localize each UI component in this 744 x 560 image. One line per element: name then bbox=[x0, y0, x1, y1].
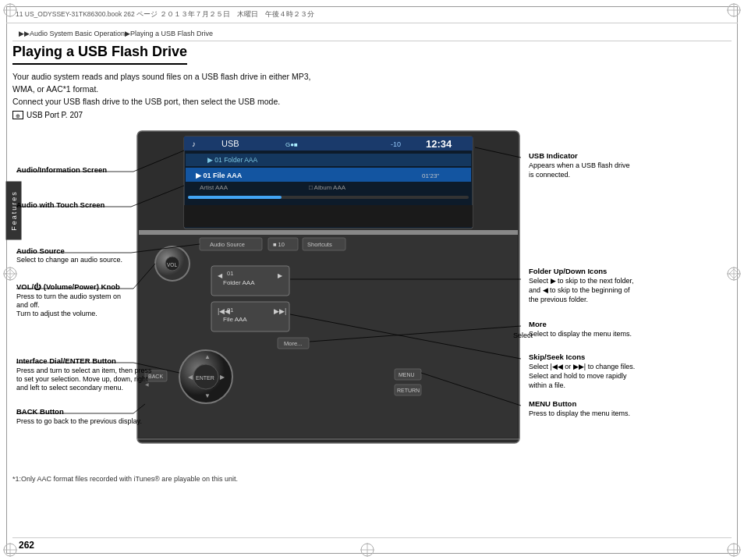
svg-text:▶: ▶ bbox=[220, 374, 225, 381]
svg-rect-40 bbox=[184, 205, 473, 227]
svg-text:■ 10: ■ 10 bbox=[273, 241, 285, 248]
svg-text:and off.: and off. bbox=[16, 301, 40, 309]
svg-text:Folder Up/Down Icons: Folder Up/Down Icons bbox=[529, 267, 607, 275]
usb-port-text: USB Port P. 207 bbox=[27, 111, 83, 119]
svg-text:◀: ◀ bbox=[188, 374, 193, 381]
page-title: Playing a USB Flash Drive bbox=[12, 44, 187, 65]
svg-text:Press and turn to select an it: Press and turn to select an item, then p… bbox=[16, 367, 152, 374]
svg-text:Audio Source: Audio Source bbox=[16, 246, 65, 255]
svg-text:USB Indicator: USB Indicator bbox=[529, 151, 578, 160]
svg-text:Select |◀◀ or ▶▶| to change fi: Select |◀◀ or ▶▶| to change files. bbox=[529, 363, 635, 370]
svg-text:▶  01   Folder AAA: ▶ 01 Folder AAA bbox=[207, 156, 258, 164]
svg-text:More...: More... bbox=[284, 340, 302, 347]
full-diagram: USB ♪ G●■ 12:34 -10 ▶ 01 Folder AAA ▶ 01… bbox=[12, 127, 652, 466]
svg-text:Artist AAA: Artist AAA bbox=[200, 184, 229, 191]
reg-mark-bl bbox=[2, 541, 19, 558]
svg-text:Appears when a USB flash drive: Appears when a USB flash drive bbox=[529, 161, 630, 169]
svg-text:Press to turn the audio system: Press to turn the audio system on bbox=[16, 292, 121, 300]
svg-text:BACK Button: BACK Button bbox=[16, 407, 64, 416]
svg-text:Select to change an audio sour: Select to change an audio source. bbox=[16, 256, 122, 264]
top-rule bbox=[12, 41, 732, 41]
svg-text:BACK: BACK bbox=[148, 374, 163, 379]
usb-port-ref: ⊕ USB Port P. 207 bbox=[12, 111, 732, 119]
svg-text:♪: ♪ bbox=[192, 140, 196, 148]
svg-text:Press to display the menu item: Press to display the menu items. bbox=[529, 409, 630, 417]
svg-text:Audio Source: Audio Source bbox=[210, 241, 245, 248]
svg-text:MENU: MENU bbox=[399, 372, 415, 377]
breadcrumb: ▶▶Audio System Basic Operation▶Playing a… bbox=[19, 30, 213, 37]
svg-text:Press to go back to the previo: Press to go back to the previous display… bbox=[16, 417, 142, 425]
svg-text:-10: -10 bbox=[391, 140, 401, 148]
svg-text:within a file.: within a file. bbox=[528, 381, 565, 389]
page-number: 262 bbox=[19, 540, 34, 551]
intro-text: Your audio system reads and plays sound … bbox=[12, 71, 732, 108]
svg-text:VOL: VOL bbox=[167, 262, 177, 268]
svg-text:the previous folder.: the previous folder. bbox=[529, 296, 588, 303]
svg-text:Select and hold to move rapidl: Select and hold to move rapidly bbox=[529, 372, 627, 380]
intro-line-1: Your audio system reads and plays sound … bbox=[12, 72, 311, 81]
svg-text:□ Album AAA: □ Album AAA bbox=[309, 184, 346, 191]
header-text: 11 US_ODYSSEY-31TK86300.book 262 ページ ２０１… bbox=[16, 10, 314, 19]
svg-text:▶  01 File AAA: ▶ 01 File AAA bbox=[196, 172, 243, 179]
intro-line-3: Connect your USB flash drive to the USB … bbox=[12, 97, 280, 106]
usb-port-icon: ⊕ bbox=[12, 111, 23, 119]
svg-text:is connected.: is connected. bbox=[529, 171, 570, 179]
footer-note: *1:Only AAC format files recorded with i… bbox=[12, 475, 732, 483]
svg-text:Shortcuts: Shortcuts bbox=[307, 241, 332, 248]
svg-text:to set your selection. Move up: to set your selection. Move up, down, ri… bbox=[16, 375, 148, 383]
svg-text:USB: USB bbox=[221, 139, 239, 148]
svg-text:Folder AAA: Folder AAA bbox=[223, 279, 255, 286]
svg-text:Select to display the menu ite: Select to display the menu items. bbox=[529, 330, 632, 338]
svg-text:Select ▶ to skip to the next f: Select ▶ to skip to the next folder, bbox=[529, 277, 634, 285]
svg-text:VOL/⏻ (Volume/Power) Knob: VOL/⏻ (Volume/Power) Knob bbox=[16, 282, 120, 291]
svg-text:and left to select secondary m: and left to select secondary menu. bbox=[16, 384, 123, 392]
intro-line-2: WMA, or AAC*1 format. bbox=[12, 84, 98, 94]
reg-mark-br bbox=[725, 541, 742, 558]
svg-text:MENU Button: MENU Button bbox=[529, 399, 576, 408]
svg-rect-39 bbox=[188, 196, 282, 199]
svg-text:◀: ◀ bbox=[218, 272, 223, 279]
svg-text:ENTER: ENTER bbox=[196, 375, 214, 381]
svg-text:Select: Select bbox=[513, 331, 533, 339]
svg-text:12:34: 12:34 bbox=[426, 138, 452, 150]
svg-text:Audio with Touch Screen: Audio with Touch Screen bbox=[16, 200, 105, 209]
crosshair-bottom-mid bbox=[359, 541, 376, 558]
main-content: Playing a USB Flash Drive Your audio sys… bbox=[12, 44, 732, 537]
svg-text:More: More bbox=[529, 320, 547, 328]
svg-text:File AAA: File AAA bbox=[223, 316, 247, 323]
svg-text:01: 01 bbox=[227, 270, 233, 277]
diagram-wrapper: USB ♪ G●■ 12:34 -10 ▶ 01 Folder AAA ▶ 01… bbox=[12, 127, 732, 470]
svg-text:and ◀ to skip to the beginning: and ◀ to skip to the beginning of bbox=[529, 286, 630, 294]
svg-text:▶: ▶ bbox=[278, 272, 283, 279]
svg-text:RETURN: RETURN bbox=[397, 388, 420, 393]
svg-text:Interface Dial/ENTER Button: Interface Dial/ENTER Button bbox=[16, 356, 116, 365]
svg-text:01: 01 bbox=[227, 307, 233, 314]
svg-text:G●■: G●■ bbox=[285, 141, 298, 148]
svg-text:Turn to adjust the volume.: Turn to adjust the volume. bbox=[16, 310, 97, 317]
svg-rect-42 bbox=[140, 235, 517, 438]
svg-text:▶▶|: ▶▶| bbox=[274, 307, 286, 315]
header-strip: 11 US_ODYSSEY-31TK86300.book 262 ページ ２０１… bbox=[6, 6, 738, 23]
svg-text:Audio/Information Screen: Audio/Information Screen bbox=[16, 165, 107, 174]
svg-text:▼: ▼ bbox=[204, 392, 211, 399]
svg-text:▲: ▲ bbox=[204, 353, 211, 360]
bottom-rule bbox=[12, 537, 732, 538]
svg-text:Skip/Seek Icons: Skip/Seek Icons bbox=[529, 353, 585, 361]
svg-text:01'23": 01'23" bbox=[422, 172, 439, 179]
svg-rect-41 bbox=[139, 230, 518, 235]
